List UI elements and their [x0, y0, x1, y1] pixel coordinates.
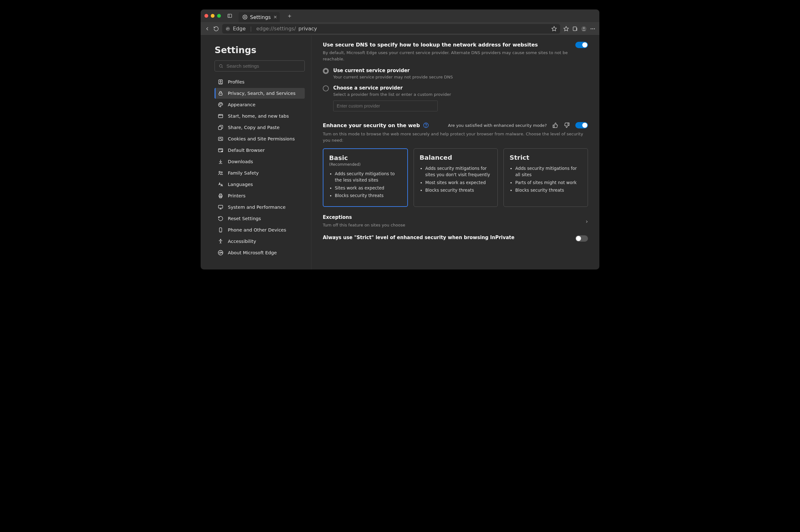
address-bar[interactable]: Edge | edge://settings/privacy [222, 24, 560, 34]
gear-icon [242, 15, 247, 20]
dns-option-choose-label: Choose a service provider [333, 85, 588, 91]
svg-point-10 [591, 28, 592, 29]
phone-icon [218, 227, 223, 233]
security-card-strict[interactable]: Strict Adds security mitigations for all… [503, 148, 588, 207]
dns-custom-provider-input[interactable] [333, 100, 438, 111]
svg-line-14 [222, 67, 223, 68]
sidebar-toggle-icon[interactable] [227, 13, 232, 18]
favorites-icon[interactable] [563, 26, 569, 32]
sidebar-item-accessibility[interactable]: Accessibility [215, 236, 305, 247]
cookie-icon [218, 136, 223, 142]
card-title: Basic [329, 154, 402, 162]
thumbs-up-icon[interactable] [553, 122, 558, 128]
new-tab-button[interactable]: ＋ [287, 12, 292, 20]
secure-dns-toggle[interactable] [575, 42, 588, 48]
browser-window: Settings ✕ ＋ Edge | edge://settings/priv… [201, 10, 599, 269]
svg-point-46 [426, 127, 426, 127]
svg-marker-5 [564, 26, 569, 31]
secure-dns-desc: By default, Microsoft Edge uses your cur… [323, 50, 571, 62]
sidebar-item-downloads[interactable]: Downloads [215, 156, 305, 167]
profile-avatar-icon[interactable] [581, 26, 587, 32]
sidebar-item-system[interactable]: System and Performance [215, 202, 305, 212]
svg-rect-24 [218, 127, 222, 130]
sidebar-item-start[interactable]: Start, home, and new tabs [215, 111, 305, 121]
settings-heading: Settings [215, 45, 305, 55]
svg-point-28 [221, 139, 222, 140]
sidebar-item-family[interactable]: Family Safety [215, 168, 305, 178]
svg-point-43 [220, 239, 221, 240]
profile-icon [218, 79, 223, 85]
security-card-basic[interactable]: Basic (Recommended) Adds security mitiga… [323, 148, 408, 207]
minimize-window-button[interactable] [211, 14, 215, 18]
svg-point-31 [222, 151, 222, 152]
sidebar-item-label: Accessibility [228, 239, 256, 244]
sidebar-item-label: Default Browser [228, 148, 264, 153]
card-point: Adds security mitigations to the less vi… [335, 170, 402, 184]
dns-option-choose-sub: Select a provider from the list or enter… [333, 92, 588, 97]
sidebar-item-default-browser[interactable]: Default Browser [215, 145, 305, 156]
reload-button[interactable] [213, 26, 219, 32]
always-strict-label: Always use "Strict" level of enhanced se… [323, 235, 515, 240]
svg-point-20 [221, 103, 222, 104]
maximize-window-button[interactable] [217, 14, 221, 18]
browser-icon [218, 147, 223, 153]
card-title: Strict [509, 154, 582, 161]
window-controls [204, 14, 221, 18]
sidebar-item-cookies[interactable]: Cookies and Site Permissions [215, 133, 305, 144]
back-button[interactable] [204, 26, 210, 32]
info-icon[interactable] [423, 122, 429, 128]
sidebar-item-profiles[interactable]: Profiles [215, 77, 305, 87]
feedback-question: Are you satisfied with enhanced security… [448, 123, 547, 128]
search-settings-box[interactable] [215, 60, 305, 72]
svg-point-12 [594, 28, 595, 29]
more-menu-icon[interactable] [590, 26, 596, 32]
sidebar-item-label: About Microsoft Edge [228, 250, 277, 255]
svg-rect-6 [573, 27, 577, 31]
dns-option-current[interactable]: Use current service provider Your curren… [323, 68, 588, 79]
radio-icon [323, 68, 329, 74]
card-point: Blocks security threats [335, 192, 402, 198]
share-icon [218, 125, 223, 130]
sidebar-item-about[interactable]: About Microsoft Edge [215, 247, 305, 258]
edge-logo-icon [225, 26, 230, 31]
exceptions-row[interactable]: Exceptions Turn off this feature on site… [323, 214, 588, 228]
search-icon [219, 63, 223, 69]
language-icon [218, 182, 223, 187]
security-card-balanced[interactable]: Balanced Adds security mitigations for s… [414, 148, 498, 207]
sidebar-item-languages[interactable]: Languages [215, 179, 305, 190]
svg-rect-48 [568, 123, 569, 126]
collections-icon[interactable] [572, 26, 578, 32]
svg-rect-38 [218, 205, 223, 208]
sidebar-item-printers[interactable]: Printers [215, 190, 305, 201]
sidebar-item-label: Profiles [228, 79, 245, 84]
sidebar-item-label: Languages [228, 182, 253, 187]
sidebar-item-phone[interactable]: Phone and Other Devices [215, 225, 305, 235]
svg-point-13 [219, 64, 222, 67]
sidebar-item-label: Downloads [228, 159, 253, 164]
svg-point-27 [221, 138, 221, 139]
favorite-star-icon[interactable] [551, 26, 557, 32]
close-window-button[interactable] [204, 14, 208, 18]
svg-point-16 [220, 81, 222, 82]
enhance-security-section: Enhance your security on the web Are you… [323, 122, 588, 242]
search-input[interactable] [226, 63, 301, 69]
thumbs-down-icon[interactable] [564, 122, 570, 128]
svg-point-9 [583, 27, 585, 29]
sidebar-item-share[interactable]: Share, Copy and Paste [215, 122, 305, 133]
svg-point-34 [219, 171, 221, 173]
lock-icon [218, 91, 223, 96]
sidebar-item-reset[interactable]: Reset Settings [215, 213, 305, 224]
family-icon [218, 170, 223, 176]
tab-close-button[interactable]: ✕ [274, 15, 277, 20]
sidebar-item-privacy[interactable]: Privacy, Search, and Services [215, 88, 305, 99]
always-strict-toggle[interactable] [575, 235, 588, 242]
card-point: Blocks security threats [515, 187, 582, 193]
dns-option-choose[interactable]: Choose a service provider Select a provi… [323, 85, 588, 111]
tab-settings[interactable]: Settings ✕ [239, 12, 280, 22]
enhance-security-toggle[interactable] [575, 122, 588, 128]
url-prefix: edge://settings/ [256, 26, 296, 32]
card-point: Adds security mitigations for sites you … [425, 165, 492, 178]
download-icon [218, 159, 223, 165]
sidebar-item-label: Appearance [228, 102, 255, 107]
sidebar-item-appearance[interactable]: Appearance [215, 99, 305, 110]
